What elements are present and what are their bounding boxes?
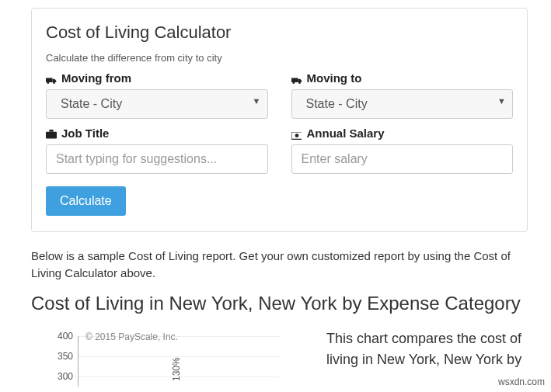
truck-icon <box>46 74 57 83</box>
svg-rect-0 <box>46 78 52 82</box>
panel-title: Cost of Living Calculator <box>46 23 513 43</box>
moving-to-text: Moving to <box>307 71 362 85</box>
truck-icon <box>291 74 302 83</box>
moving-to-label: Moving to <box>291 71 514 85</box>
panel-subtitle: Calculate the difference from city to ci… <box>46 52 513 64</box>
annual-salary-text: Annual Salary <box>307 127 385 140</box>
moving-from-field: Moving from State - City ▼ <box>46 71 268 119</box>
ytick-400: 400 <box>58 331 73 342</box>
moving-from-select[interactable]: State - City ▼ <box>46 89 268 119</box>
money-icon <box>291 129 302 138</box>
calculate-button[interactable]: Calculate <box>46 186 126 216</box>
svg-point-1 <box>47 82 49 84</box>
svg-rect-7 <box>46 132 57 139</box>
report-title: Cost of Living in New York, New York by … <box>31 293 528 314</box>
moving-to-select[interactable]: State - City ▼ <box>291 89 514 119</box>
watermark: wsxdn.com <box>498 376 545 387</box>
chevron-down-icon: ▼ <box>497 96 506 106</box>
ytick-350: 350 <box>58 351 73 362</box>
moving-from-label: Moving from <box>46 71 268 85</box>
svg-point-5 <box>298 82 301 84</box>
annual-salary-label: Annual Salary <box>291 127 514 140</box>
svg-rect-6 <box>49 130 53 132</box>
cost-of-living-calculator-panel: Cost of Living Calculator Calculate the … <box>31 8 528 232</box>
job-title-field: Job Title <box>46 127 268 174</box>
moving-from-value: State - City <box>61 97 122 111</box>
svg-rect-3 <box>291 78 298 82</box>
moving-to-field: Moving to State - City ▼ <box>291 71 514 119</box>
svg-point-4 <box>292 82 295 84</box>
job-title-text: Job Title <box>61 127 109 140</box>
job-title-input[interactable] <box>46 144 268 174</box>
annual-salary-field: Annual Salary <box>291 127 514 174</box>
ytick-300: 300 <box>58 371 73 382</box>
bar-label-130: 130% <box>171 357 182 381</box>
job-title-label: Job Title <box>46 127 268 140</box>
briefcase-icon <box>46 129 57 138</box>
chevron-down-icon: ▼ <box>253 96 261 106</box>
annual-salary-input[interactable] <box>291 144 514 174</box>
expense-category-chart: 400 350 300 © 2015 PayScale, Inc. 130% <box>31 328 280 387</box>
sample-report-intro: Below is a sample Cost of Living report.… <box>31 248 528 282</box>
moving-from-text: Moving from <box>61 71 131 85</box>
svg-point-9 <box>295 134 298 138</box>
moving-to-value: State - City <box>306 97 368 111</box>
chart-credit: © 2015 PayScale, Inc. <box>85 331 178 342</box>
svg-point-2 <box>53 82 55 84</box>
